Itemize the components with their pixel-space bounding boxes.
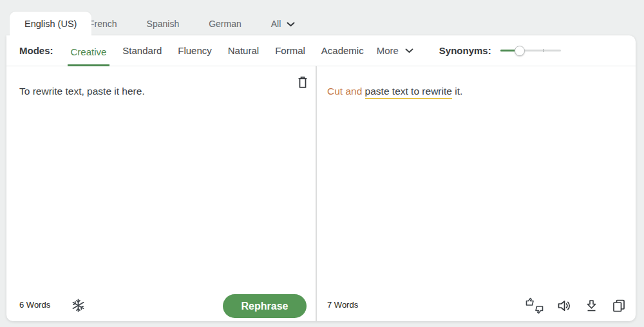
download-icon xyxy=(585,299,598,313)
synonyms-slider[interactable] xyxy=(500,45,561,57)
input-word-count: 6 Words xyxy=(19,300,50,310)
output-segment-underlined[interactable]: paste text to rewrite xyxy=(365,86,452,99)
mode-creative[interactable]: Creative xyxy=(68,35,110,66)
mode-formal[interactable]: Formal xyxy=(272,35,308,66)
feedback-button[interactable] xyxy=(524,295,545,316)
synonyms-slider-tick xyxy=(543,49,544,52)
rephrase-button[interactable]: Rephrase xyxy=(223,294,307,318)
clear-text-button[interactable] xyxy=(295,74,310,91)
thumbs-up-down-icon xyxy=(525,297,544,315)
modes-label: Modes: xyxy=(19,45,53,56)
quillbot-paraphraser-app: { "language_tabs": { "active": "English … xyxy=(0,0,644,327)
mode-natural[interactable]: Natural xyxy=(225,35,262,66)
output-panel[interactable]: Cut and paste text to rewrite it. 7 Word… xyxy=(317,66,636,321)
language-tab-row: French Spanish German All xyxy=(84,12,300,35)
tab-german[interactable]: German xyxy=(204,15,247,33)
modes-bar: Modes: Creative Standard Fluency Natural… xyxy=(6,35,636,66)
mode-fluency[interactable]: Fluency xyxy=(175,35,215,66)
output-text[interactable]: Cut and paste text to rewrite it. xyxy=(327,84,616,98)
chevron-down-icon xyxy=(405,48,413,53)
mode-more-dropdown[interactable]: More xyxy=(377,35,413,66)
speaker-icon xyxy=(557,299,572,313)
paraphraser-card: Modes: Creative Standard Fluency Natural… xyxy=(6,35,636,321)
read-aloud-button[interactable] xyxy=(556,297,573,314)
tab-all-languages[interactable]: All xyxy=(266,15,301,33)
tab-spanish[interactable]: Spanish xyxy=(142,15,185,33)
freeze-words-button[interactable] xyxy=(69,296,88,315)
output-segment-plain[interactable]: it. xyxy=(452,86,462,97)
input-text[interactable]: To rewrite text, paste it here. xyxy=(19,84,285,98)
mode-standard[interactable]: Standard xyxy=(119,35,165,66)
copy-icon xyxy=(611,298,627,313)
synonyms-label: Synonyms: xyxy=(439,45,491,56)
output-word-count: 7 Words xyxy=(327,300,358,310)
output-actions xyxy=(524,295,628,316)
snowflake-icon xyxy=(70,297,86,313)
copy-button[interactable] xyxy=(610,297,628,315)
input-panel[interactable]: To rewrite text, paste it here. 6 Words xyxy=(6,66,316,321)
trash-icon xyxy=(296,75,309,89)
output-segment-changed[interactable]: Cut and xyxy=(327,86,365,97)
synonyms-slider-thumb[interactable] xyxy=(515,46,525,56)
tab-english-us[interactable]: English (US) xyxy=(10,12,91,36)
chevron-down-icon xyxy=(287,22,295,27)
language-tab-bar: English (US) French Spanish German All xyxy=(0,0,644,35)
editor-panels: To rewrite text, paste it here. 6 Words xyxy=(6,66,636,321)
tab-english-us-label: English (US) xyxy=(24,19,77,29)
download-button[interactable] xyxy=(583,297,600,314)
mode-academic[interactable]: Academic xyxy=(318,35,367,66)
